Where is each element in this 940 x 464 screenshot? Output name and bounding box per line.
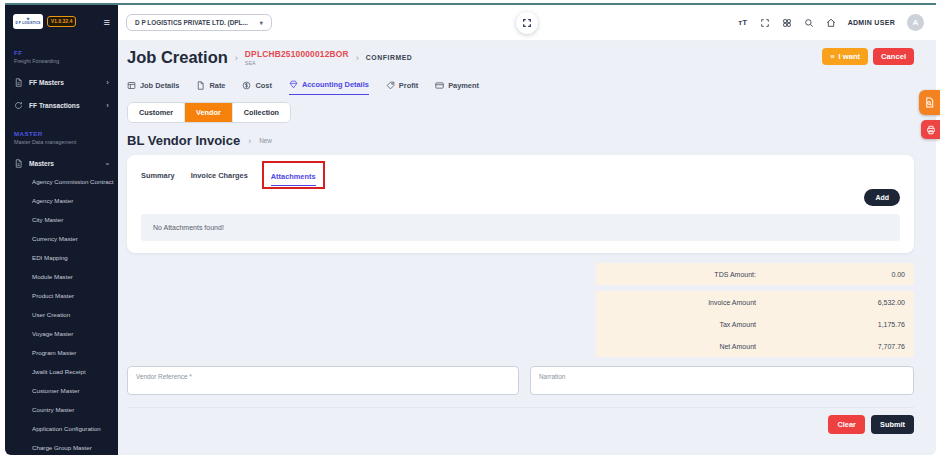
submit-button[interactable]: Submit	[871, 415, 914, 434]
search-icon[interactable]	[804, 18, 814, 28]
tab-job-details[interactable]: Job Details	[127, 81, 179, 95]
tab-vendor[interactable]: Vendor	[184, 103, 232, 122]
amount-value: 0.00	[756, 271, 914, 278]
amount-row: Invoice Amount 6,532.00	[596, 291, 914, 313]
amount-summary: TDS Amount: 0.00 Invoice Amount 6,532.00…	[596, 263, 914, 357]
tab-invoice-charges[interactable]: Invoice Charges	[191, 167, 248, 184]
tab-payment[interactable]: Payment	[435, 81, 479, 95]
tab-attachments[interactable]: Attachments	[271, 168, 316, 186]
fullscreen-icon	[522, 18, 532, 28]
document-icon	[14, 78, 23, 87]
amount-label: Net Amount	[596, 343, 756, 350]
sidebar-subitem-product-master[interactable]: Product Master	[5, 286, 118, 305]
invoice-header: BL Vendor Invoice › New	[127, 133, 914, 148]
amount-label: Tax Amount	[596, 321, 756, 328]
sidebar-subitem-currency-master[interactable]: Currency Master	[5, 229, 118, 248]
tab-accounting-details[interactable]: Accounting Details	[289, 80, 369, 95]
invoice-tabs: Summary Invoice Charges Attachments	[141, 164, 900, 186]
caret-down-icon: ▾	[260, 19, 263, 26]
user-name[interactable]: ADMIN USER	[848, 19, 895, 26]
section-sublabel: Master Data management	[14, 139, 109, 145]
print-floating-button[interactable]	[921, 120, 940, 139]
apps-grid-icon[interactable]	[782, 18, 792, 28]
gem-icon	[289, 80, 298, 89]
i-want-button[interactable]: ≡ I want	[822, 48, 868, 65]
invoice-title: BL Vendor Invoice	[127, 133, 240, 148]
breadcrumb-separator: ›	[248, 136, 251, 146]
amount-row: TDS Amount: 0.00	[596, 263, 914, 285]
section-code: FF	[14, 49, 109, 56]
vendor-reference-input[interactable]	[127, 366, 519, 395]
party-tabs: Customer Vendor Collection	[127, 102, 291, 123]
sidebar-subitem-charge-group-master[interactable]: Charge Group Master	[5, 438, 118, 455]
cancel-button[interactable]: Cancel	[873, 48, 914, 65]
add-button[interactable]: Add	[864, 189, 900, 206]
sync-icon	[14, 101, 23, 110]
company-selector[interactable]: D P LOGISTICS PRIVATE LTD. (DPL... ▾	[126, 14, 272, 31]
sidebar-item-label: FF Masters	[29, 79, 64, 86]
file-search-icon	[924, 97, 935, 108]
brand-bar: ✦ D P LOGISTICS V1.0.32.4 ≡	[5, 14, 118, 29]
page-title: Job Creation	[127, 48, 228, 67]
masters-submenu: Agency Commission Contract Agency Master…	[5, 172, 118, 455]
sidebar-subitem-agency-master[interactable]: Agency Master	[5, 191, 118, 210]
sidebar-item-label: Masters	[29, 160, 54, 167]
header-actions: ≡ I want Cancel	[822, 48, 914, 65]
tag-icon	[386, 81, 395, 90]
form-fields	[127, 366, 914, 395]
invoice-breadcrumb-new: New	[259, 137, 272, 144]
font-size-icon[interactable]: тT	[738, 18, 748, 28]
sidebar-subitem-city-master[interactable]: City Master	[5, 210, 118, 229]
sidebar-subitem-program-master[interactable]: Program Master	[5, 343, 118, 362]
sidebar: ✦ D P LOGISTICS V1.0.32.4 ≡ FF Freight F…	[5, 5, 118, 455]
credit-card-icon	[435, 81, 444, 90]
breadcrumb: Job Creation › DPLCHB2510000012BOR SEA ›…	[127, 48, 412, 67]
amount-label: Invoice Amount	[596, 299, 756, 306]
home-icon[interactable]	[826, 18, 836, 28]
tab-rate[interactable]: Rate	[196, 81, 225, 95]
sidebar-subitem-user-creation[interactable]: User Creation	[5, 305, 118, 324]
company-logo[interactable]: ✦ D P LOGISTICS	[13, 14, 43, 29]
menu-lines-icon: ≡	[830, 52, 834, 61]
avatar[interactable]: A	[907, 14, 924, 31]
sidebar-subitem-agency-commission-contract[interactable]: Agency Commission Contract	[5, 172, 118, 191]
version-badge: V1.0.32.4	[47, 16, 76, 27]
expand-view-button[interactable]	[516, 12, 538, 34]
fullscreen-icon[interactable]	[760, 18, 770, 28]
breadcrumb-separator: ›	[356, 53, 359, 63]
clear-button[interactable]: Clear	[828, 415, 865, 434]
app-window: ✦ D P LOGISTICS V1.0.32.4 ≡ FF Freight F…	[5, 3, 936, 455]
job-tabs: Job Details Rate Cost Accounting Details…	[127, 80, 914, 95]
chevron-right-icon: ›	[106, 103, 109, 109]
section-sublabel: Freight Forwarding	[14, 58, 109, 64]
sidebar-item-masters[interactable]: Masters ›	[5, 151, 118, 168]
sidebar-subitem-module-master[interactable]: Module Master	[5, 267, 118, 286]
sidebar-subitem-edi-mapping[interactable]: EDI Mapping	[5, 248, 118, 267]
sidebar-subitem-jwalit-load-receipt[interactable]: Jwalit Load Receipt	[5, 362, 118, 381]
narration-input[interactable]	[530, 366, 914, 395]
sidebar-subitem-customer-master[interactable]: Customer Master	[5, 381, 118, 400]
sidebar-subitem-voyage-master[interactable]: Voyage Master	[5, 324, 118, 343]
tab-label: Accounting Details	[302, 80, 369, 89]
logo-text: D P LOGISTICS	[15, 22, 40, 25]
window-icon	[127, 81, 136, 90]
document-icon	[14, 159, 23, 168]
hamburger-menu-icon[interactable]: ≡	[104, 17, 110, 27]
document-search-floating-button[interactable]	[919, 90, 940, 115]
tab-cost[interactable]: Cost	[242, 81, 271, 95]
sidebar-subitem-application-configuration[interactable]: Application Configuration	[5, 419, 118, 438]
tab-profit[interactable]: Profit	[386, 81, 418, 95]
sidebar-item-ff-masters[interactable]: FF Masters ›	[5, 70, 118, 87]
breadcrumb-separator: ›	[235, 53, 238, 63]
topbar-actions: тT ADMIN USER A	[738, 14, 924, 31]
page-content: Job Creation › DPLCHB2510000012BOR SEA ›…	[118, 41, 936, 455]
tab-customer[interactable]: Customer	[128, 103, 184, 122]
sidebar-item-ff-transactions[interactable]: FF Transactions ›	[5, 93, 118, 110]
tab-collection[interactable]: Collection	[232, 103, 290, 122]
tab-summary[interactable]: Summary	[141, 167, 175, 184]
sidebar-subitem-country-master[interactable]: Country Master	[5, 400, 118, 419]
job-number[interactable]: DPLCHB2510000012BOR	[245, 49, 349, 59]
chevron-down-icon: ›	[105, 162, 111, 165]
company-selector-value: D P LOGISTICS PRIVATE LTD. (DPL...	[135, 19, 248, 26]
section-code: MASTER	[14, 130, 109, 137]
